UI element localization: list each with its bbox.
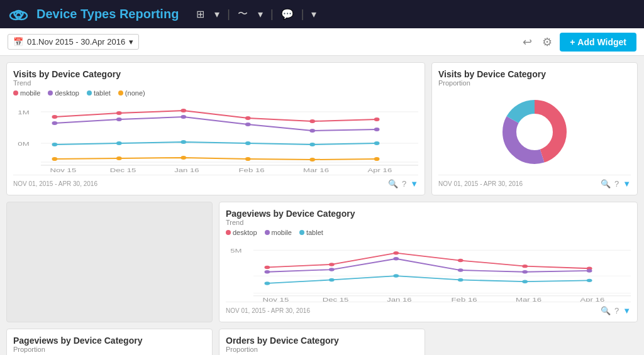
svg-text:Dec 15: Dec 15: [110, 167, 136, 173]
svg-text:Jan 16: Jan 16: [387, 297, 412, 302]
search-icon-3[interactable]: 🔍: [601, 306, 611, 315]
svg-point-24: [309, 143, 315, 146]
pageviews-trend-card: Pageviews by Device Category Trend deskt…: [219, 202, 638, 322]
pageviews-trend-footer-icons: 🔍 ? ▼: [601, 306, 631, 315]
plus-icon: +: [570, 37, 575, 47]
app-title: Device Types Reporting: [36, 7, 179, 21]
trend-icon: 〜: [238, 8, 248, 21]
svg-point-59: [264, 281, 270, 285]
pageviews-trend-date: NOV 01, 2015 - APR 30, 2016: [226, 307, 310, 314]
date-range-selector[interactable]: 📅 01.Nov 2015 - 30.Apr 2016 ▾: [8, 34, 139, 50]
legend-none-label: (none): [125, 89, 145, 97]
svg-point-28: [180, 156, 186, 160]
visits-trend-title: Visits by Device Category: [13, 69, 418, 79]
more-dropdown-button[interactable]: ▾: [308, 6, 320, 23]
calendar-icon: 📅: [13, 37, 23, 46]
visits-trend-subtitle: Trend: [13, 79, 418, 87]
pageviews-proportion-card: Pageviews by Device Category Proportion …: [6, 329, 213, 355]
header-nav: ⊞ ▾ | 〜 ▾ | 💬 | ▾: [192, 5, 320, 23]
legend-pv-desktop-dot: [226, 230, 231, 235]
trend-nav-button[interactable]: 〜: [234, 5, 252, 23]
legend-pv-tablet-label: tablet: [306, 229, 323, 236]
trend-dropdown-button[interactable]: ▾: [254, 6, 267, 23]
filter-icon[interactable]: ▼: [410, 179, 418, 188]
visits-trend-date: NOV 01, 2015 - APR 30, 2016: [13, 180, 97, 187]
svg-point-48: [329, 263, 335, 266]
svg-text:Dec 15: Dec 15: [323, 297, 349, 302]
visits-trend-chart: 1M 0M: [13, 99, 418, 175]
visits-trend-card: Visits by Device Category Trend mobile d…: [6, 62, 425, 195]
filter-icon-3[interactable]: ▼: [623, 306, 631, 315]
svg-point-60: [329, 278, 335, 281]
help-icon[interactable]: ?: [402, 179, 406, 188]
chat-nav-button[interactable]: 💬: [277, 6, 297, 23]
nav-separator-2: |: [269, 8, 275, 21]
svg-point-42: [517, 114, 552, 150]
pageviews-trend-legend: desktop mobile tablet: [226, 229, 631, 236]
svg-point-61: [393, 274, 399, 277]
svg-text:0M: 0M: [18, 141, 29, 147]
visits-trend-footer-icons: 🔍 ? ▼: [388, 179, 418, 188]
gear-icon: ⚙: [542, 36, 552, 48]
legend-tablet: tablet: [87, 89, 111, 97]
grid-icon: ⊞: [196, 8, 204, 20]
svg-point-20: [52, 143, 57, 146]
svg-point-8: [52, 115, 57, 119]
svg-point-9: [116, 111, 122, 115]
chevron-down-icon: ▾: [214, 8, 219, 20]
svg-text:Feb 16: Feb 16: [239, 167, 265, 173]
add-widget-button[interactable]: + Add Widget: [560, 33, 636, 52]
share-button[interactable]: ↩: [520, 33, 535, 52]
svg-point-10: [180, 109, 186, 112]
svg-point-15: [116, 117, 122, 121]
main-content: Visits by Device Category Trend mobile d…: [0, 56, 644, 355]
legend-tablet-label: tablet: [94, 89, 111, 97]
legend-desktop-label: desktop: [55, 89, 79, 97]
svg-point-50: [458, 259, 464, 262]
legend-none-dot: [118, 90, 123, 96]
pageviews-trend-subtitle: Trend: [226, 219, 631, 226]
grid-nav-button[interactable]: ⊞: [192, 6, 208, 23]
svg-point-51: [522, 265, 528, 268]
visits-proportion-footer: NOV 01, 2015 - APR 30, 2016 🔍 ? ▼: [438, 175, 631, 188]
legend-mobile: mobile: [13, 89, 40, 97]
grid-dropdown-button[interactable]: ▾: [211, 6, 223, 23]
svg-text:Apr 16: Apr 16: [580, 297, 604, 302]
toolbar: 📅 01.Nov 2015 - 30.Apr 2016 ▾ ↩ ⚙ + Add …: [0, 28, 644, 56]
legend-pv-mobile-dot: [265, 230, 270, 235]
svg-point-27: [116, 156, 122, 160]
svg-point-16: [180, 115, 186, 119]
logo-icon: [8, 7, 30, 22]
nav-separator-1: |: [226, 8, 231, 21]
nav-separator-3: |: [300, 8, 306, 21]
legend-pv-mobile-label: mobile: [272, 229, 292, 236]
orders-proportion-title: Orders by Device Category: [226, 336, 418, 346]
help-icon-3[interactable]: ?: [614, 306, 619, 315]
svg-text:Apr 16: Apr 16: [368, 167, 392, 173]
date-range-label: 01.Nov 2015 - 30.Apr 2016: [27, 37, 125, 46]
svg-point-62: [458, 278, 464, 281]
filter-icon-2[interactable]: ▼: [623, 179, 631, 188]
orders-proportion-card: Orders by Device Category Proportion NOV…: [219, 329, 425, 355]
svg-point-54: [329, 268, 335, 271]
svg-point-63: [522, 280, 528, 283]
svg-text:Jan 16: Jan 16: [174, 167, 199, 173]
legend-tablet-dot: [87, 90, 92, 96]
svg-point-30: [309, 158, 315, 161]
svg-point-26: [52, 157, 57, 161]
help-icon-2[interactable]: ?: [614, 179, 619, 188]
svg-point-55: [393, 257, 399, 260]
settings-button[interactable]: ⚙: [540, 33, 555, 52]
visits-trend-legend: mobile desktop tablet (none): [13, 89, 418, 97]
search-icon[interactable]: 🔍: [388, 179, 398, 188]
pageviews-proportion-subtitle: Proportion: [13, 346, 206, 353]
share-icon: ↩: [523, 36, 532, 48]
svg-text:Feb 16: Feb 16: [452, 297, 477, 302]
svg-point-22: [180, 140, 186, 144]
svg-text:Nov 15: Nov 15: [263, 297, 289, 302]
legend-pv-mobile: mobile: [265, 229, 292, 236]
visits-trend-footer: NOV 01, 2015 - APR 30, 2016 🔍 ? ▼: [13, 175, 418, 188]
chat-icon: 💬: [281, 8, 294, 20]
search-icon-2[interactable]: 🔍: [601, 179, 611, 188]
visits-proportion-title: Visits by Device Category: [438, 69, 631, 79]
